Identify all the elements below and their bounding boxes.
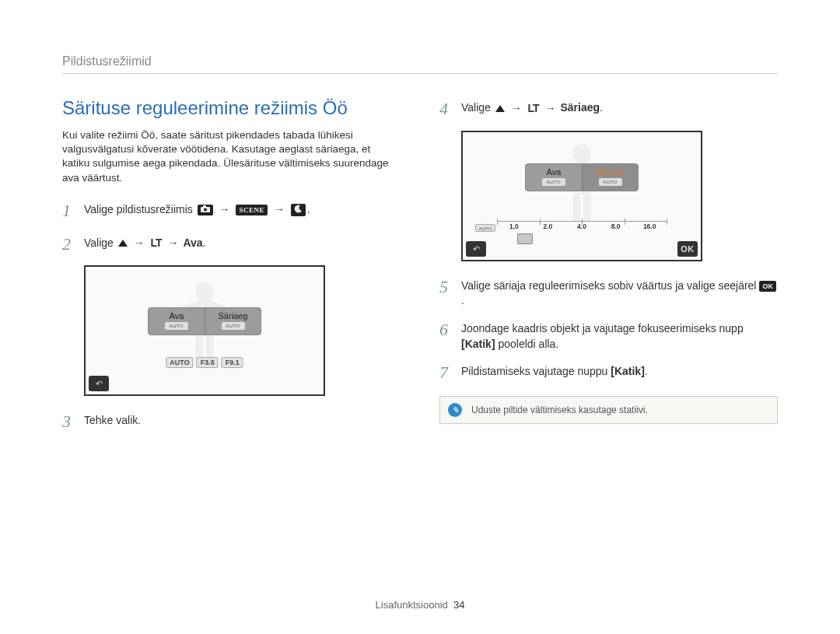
step-text: Joondage kaadris objekt ja vajutage foku… <box>461 322 744 335</box>
tab-label: Säriaeg <box>219 311 248 321</box>
ok-button[interactable]: OK <box>677 241 698 257</box>
step-number: 3 <box>62 410 76 434</box>
step-number: 6 <box>439 318 453 352</box>
step-number: 4 <box>439 97 453 121</box>
back-button[interactable]: ↶ <box>89 376 109 391</box>
night-moon-icon <box>291 204 306 216</box>
tab-sariaeg[interactable]: Säriaeg AUTO <box>205 308 261 335</box>
step-text: Pildistamiseks vajutage nuppu <box>461 365 611 377</box>
auto-indicator: AUTO <box>542 178 565 186</box>
shutter-slider-handle[interactable] <box>517 233 533 244</box>
tab-label: Ava <box>547 167 562 177</box>
step-target: Säriaeg <box>560 101 600 114</box>
svg-point-3 <box>195 282 213 300</box>
arrow-icon: → <box>545 101 556 117</box>
tab-ava[interactable]: Ava AUTO <box>149 308 205 335</box>
left-column: Särituse reguleerimine režiimis Öö Kui v… <box>62 97 401 443</box>
step-number: 7 <box>439 361 453 385</box>
step-7: 7 Pildistamiseks vajutage nuppu [Katik]. <box>439 361 778 385</box>
step-5: 5 Valige säriaja reguleerimiseks sobiv v… <box>439 275 778 309</box>
katik-label: [Katik] <box>611 365 645 377</box>
katik-label: [Katik] <box>461 338 495 350</box>
camera-screen-ava: Ava AUTO Säriaeg AUTO AUTO F3.5 F9.1 ↶ <box>84 265 325 396</box>
step-4: 4 Valige → LT → Säriaeg. <box>439 97 778 121</box>
tab-ava[interactable]: Ava AUTO <box>526 164 582 191</box>
shutter-scale: 1.0 2.0 4.0 8.0 16.0 <box>463 221 701 230</box>
triangle-up-icon <box>118 240 128 247</box>
note-text: Uduste piltide vältimiseks kasutage stat… <box>471 405 648 415</box>
right-column: 4 Valige → LT → Säriaeg. Ava AUTO <box>439 97 778 443</box>
step-2: 2 Valige → LT → Ava. <box>62 233 401 257</box>
lt-icon: LT <box>528 101 539 117</box>
arrow-icon: → <box>219 202 230 218</box>
step-text: Valige pildistusrežiimis <box>84 203 196 215</box>
arrow-icon: → <box>134 236 145 251</box>
step-text: Valige <box>461 101 494 114</box>
step-target: Ava <box>183 236 202 249</box>
svg-rect-1 <box>203 205 206 208</box>
svg-rect-14 <box>583 193 591 222</box>
page-footer: Lisafunktsioonid 34 <box>0 599 840 611</box>
step-3: 3 Tehke valik. <box>62 410 401 434</box>
ok-icon: OK <box>759 281 776 292</box>
camera-screen-sariaeg: Ava AUTO Säriaeg AUTO AUTO 1.0 <box>461 131 702 261</box>
tab-sariaeg[interactable]: Säriaeg AUTO <box>582 164 638 191</box>
step-text: Tehke valik. <box>84 410 401 434</box>
tab-label: Ava <box>170 311 184 321</box>
footer-section: Lisafunktsioonid <box>376 599 448 611</box>
auto-indicator: AUTO <box>599 178 622 186</box>
lt-icon: LT <box>151 236 162 251</box>
step-number: 2 <box>62 233 76 257</box>
breadcrumb: Pildistusrežiimid <box>62 54 778 74</box>
auto-indicator: AUTO <box>222 322 245 330</box>
auto-indicator: AUTO <box>165 322 188 330</box>
aperture-chip[interactable]: F9.1 <box>222 357 243 368</box>
step-text: Valige säriaja reguleerimiseks sobiv vää… <box>461 279 759 292</box>
mode-tabs: Ava AUTO Säriaeg AUTO <box>525 163 639 191</box>
silhouette-bg <box>463 132 701 260</box>
arrow-icon: → <box>168 236 179 251</box>
page-number: 34 <box>453 599 464 611</box>
tip-note: ✎ Uduste piltide vältimiseks kasutage st… <box>439 396 778 424</box>
arrow-icon: → <box>511 101 522 117</box>
scene-icon: SCENE <box>236 205 268 215</box>
info-icon: ✎ <box>448 403 462 417</box>
intro-paragraph: Kui valite režiimi Öö, saate säritust pi… <box>62 128 401 185</box>
step-number: 5 <box>439 275 453 309</box>
svg-rect-13 <box>572 193 580 222</box>
aperture-chip-auto[interactable]: AUTO <box>166 357 193 368</box>
aperture-chip[interactable]: F3.5 <box>197 357 219 368</box>
svg-point-9 <box>572 144 590 162</box>
camera-icon <box>198 205 213 215</box>
back-button[interactable]: ↶ <box>466 241 486 257</box>
tab-label: Säriaeg <box>596 167 625 177</box>
aperture-values: AUTO F3.5 F9.1 <box>166 357 243 368</box>
step-number: 1 <box>62 199 76 223</box>
arrow-icon: → <box>274 202 285 218</box>
mode-tabs: Ava AUTO Säriaeg AUTO <box>148 307 261 335</box>
step-end: . <box>307 203 310 215</box>
step-text: Valige <box>84 236 117 249</box>
page-title: Särituse reguleerimine režiimis Öö <box>62 97 401 119</box>
svg-point-2 <box>204 208 207 212</box>
triangle-up-icon <box>495 105 505 112</box>
step-6: 6 Joondage kaadris objekt ja vajutage fo… <box>439 318 778 352</box>
step-1: 1 Valige pildistusrežiimis → SCENE → . <box>62 199 401 223</box>
